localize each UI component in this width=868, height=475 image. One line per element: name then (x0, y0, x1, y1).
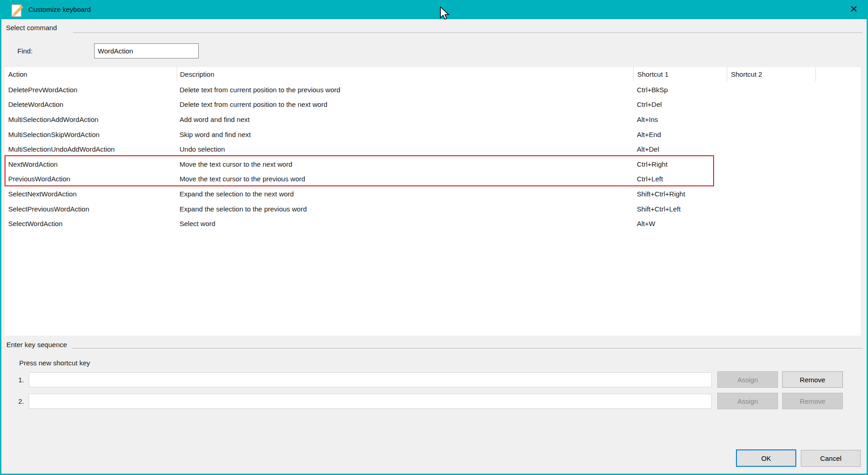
find-input[interactable] (94, 43, 199, 58)
header-description[interactable]: Description (177, 67, 633, 81)
cell-shortcut1: Ctrl+Del (633, 100, 727, 108)
cell-description: Undo selection (177, 145, 633, 153)
press-new-shortcut-label: Press new shortcut key (19, 359, 90, 367)
cell-action: MultiSelectionSkipWordAction (5, 131, 177, 138)
cell-description: Move the text cursor to the previous wor… (177, 175, 633, 183)
table-row[interactable]: SelectWordActionSelect wordAlt+W (5, 216, 861, 231)
slot2-index: 2. (18, 397, 27, 405)
cell-action: DeleteWordAction (5, 100, 177, 108)
cell-action: NextWordAction (5, 160, 177, 168)
table-row[interactable]: NextWordActionMove the text cursor to th… (5, 157, 861, 172)
cell-description: Expand the selection to the previous wor… (177, 205, 633, 213)
close-button[interactable]: ✕ (843, 0, 864, 19)
window-title: Customize keyboard (28, 0, 91, 19)
cell-shortcut1: Ctrl+Right (633, 160, 727, 168)
cell-description: Expand the selection to the next word (177, 190, 633, 198)
cell-action: SelectNextWordAction (5, 190, 177, 198)
cell-description: Add word and find next (177, 116, 633, 123)
cell-shortcut1: Alt+W (633, 220, 727, 227)
assign-button-2[interactable]: Assign (717, 393, 778, 409)
find-label: Find: (17, 47, 32, 55)
table-row[interactable]: DeletePrevWordActionDelete text from cur… (5, 82, 861, 97)
table-row[interactable]: MultiSelectionUndoAddWordActionUndo sele… (5, 142, 861, 157)
header-shortcut2[interactable]: Shortcut 2 (727, 67, 815, 81)
table-row[interactable]: PreviousWordActionMove the text cursor t… (5, 172, 861, 187)
remove-button-1[interactable]: Remove (782, 371, 843, 388)
cell-action: MultiSelectionUndoAddWordAction (5, 145, 177, 153)
table-row[interactable]: SelectNextWordActionExpand the selection… (5, 186, 861, 201)
cell-shortcut1: Ctrl+BkSp (633, 86, 727, 94)
table-row[interactable]: DeleteWordActionDelete text from current… (5, 97, 861, 112)
cell-shortcut1: Shift+Ctrl+Right (633, 190, 727, 198)
cell-action: SelectWordAction (5, 220, 177, 227)
table-row[interactable]: MultiSelectionAddWordActionAdd word and … (5, 112, 861, 127)
slot1-index: 1. (18, 376, 27, 384)
command-table: Action Description Shortcut 1 Shortcut 2… (5, 67, 861, 336)
cell-description: Delete text from current position to the… (177, 86, 633, 94)
header-action[interactable]: Action (5, 67, 177, 81)
header-shortcut1[interactable]: Shortcut 1 (633, 67, 727, 81)
table-row[interactable]: MultiSelectionSkipWordActionSkip word an… (5, 127, 861, 142)
cell-shortcut1: Shift+Ctrl+Left (633, 205, 727, 213)
cell-description: Move the text cursor to the next word (177, 160, 633, 168)
cell-shortcut1: Alt+Ins (633, 116, 727, 123)
cell-action: SelectPreviousWordAction (5, 205, 177, 213)
cell-description: Delete text from current position to the… (177, 100, 633, 108)
shortcut-input-2[interactable] (29, 394, 712, 409)
titlebar[interactable]: Customize keyboard ✕ (0, 0, 868, 19)
cell-shortcut1: Ctrl+Left (633, 175, 727, 183)
header-filler (815, 67, 861, 81)
cell-description: Select word (177, 220, 633, 227)
enter-key-sequence-groupline (72, 348, 863, 348)
remove-button-2[interactable]: Remove (782, 393, 843, 409)
select-command-legend: Select command (6, 24, 57, 32)
cell-action: PreviousWordAction (5, 175, 177, 183)
table-row[interactable]: SelectPreviousWordActionExpand the selec… (5, 201, 861, 216)
table-header: Action Description Shortcut 1 Shortcut 2 (5, 67, 861, 81)
cell-description: Skip word and find next (177, 131, 633, 138)
notepad-pencil-icon (11, 4, 24, 17)
ok-button[interactable]: OK (736, 449, 796, 467)
close-icon: ✕ (850, 4, 858, 14)
select-command-groupline (73, 32, 863, 33)
assign-button-1[interactable]: Assign (717, 371, 778, 388)
cell-shortcut1: Alt+Del (633, 145, 727, 153)
cell-action: MultiSelectionAddWordAction (5, 116, 177, 123)
table-body: DeletePrevWordActionDelete text from cur… (5, 82, 861, 231)
cancel-button[interactable]: Cancel (801, 450, 861, 467)
enter-key-sequence-legend: Enter key sequence (6, 341, 67, 348)
cell-action: DeletePrevWordAction (5, 86, 177, 94)
shortcut-input-1[interactable] (29, 372, 712, 387)
cell-shortcut1: Alt+End (633, 131, 727, 138)
